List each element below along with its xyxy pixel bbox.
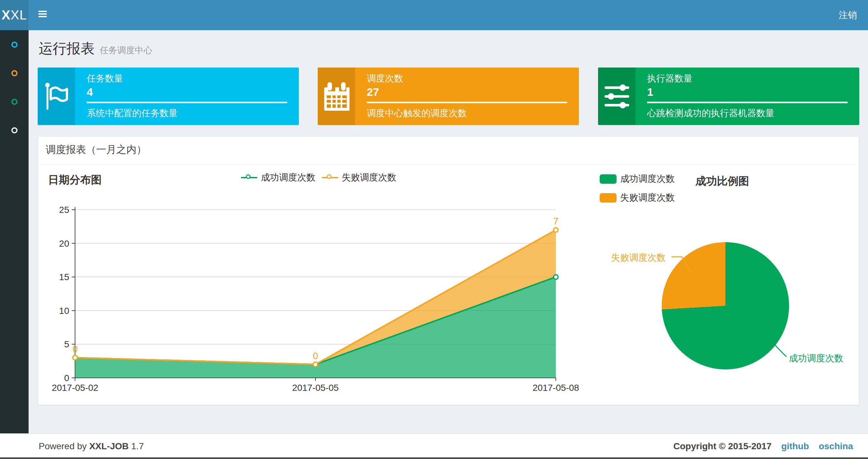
info-box-divider xyxy=(367,102,567,103)
info-box-task-count: 任务数量 4 系统中配置的任务数量 xyxy=(38,67,299,125)
footer: Powered by XXL-JOB 1.7 Copyright © 2015-… xyxy=(0,433,868,459)
product-version: 1.7 xyxy=(131,441,144,451)
line-marker-icon xyxy=(241,174,257,182)
circle-outline-icon xyxy=(11,70,18,76)
pie-chart-title: 成功比例图 xyxy=(695,174,749,189)
panel-divider xyxy=(38,164,859,165)
line-marker-icon xyxy=(322,174,338,182)
page-header: 运行报表 任务调度中心 xyxy=(39,39,152,58)
svg-text:0: 0 xyxy=(64,373,69,383)
left-sidebar xyxy=(0,30,29,459)
sidebar-item-report[interactable] xyxy=(0,30,29,59)
legend-label: 成功调度次数 xyxy=(261,171,315,184)
date-distribution-chart: 05101520252017-05-022017-05-052017-05-08… xyxy=(46,195,588,395)
logout-link[interactable]: 注销 xyxy=(836,0,860,30)
svg-text:5: 5 xyxy=(64,339,69,349)
svg-text:2017-05-02: 2017-05-02 xyxy=(52,383,98,393)
info-box-divider xyxy=(647,102,847,103)
circle-outline-icon xyxy=(11,41,18,48)
info-box-title: 任务数量 xyxy=(87,72,123,85)
svg-text:15: 15 xyxy=(59,272,69,282)
page-subtitle: 任务调度中心 xyxy=(100,44,152,56)
line-chart-title: 日期分布图 xyxy=(48,173,102,187)
calendar-icon xyxy=(318,67,355,125)
legend-item-success[interactable]: 成功调度次数 xyxy=(241,171,315,184)
top-navbar: XXL 注销 xyxy=(0,0,868,30)
svg-text:20: 20 xyxy=(59,238,69,249)
line-chart-legend: 成功调度次数 失败调度次数 xyxy=(241,171,396,184)
dashboard-page: XXL 注销 运行报表 任务调度中心 任务数量 4 系统中配置的任务数 xyxy=(0,0,868,459)
info-box-value: 1 xyxy=(647,86,653,98)
flag-icon xyxy=(38,67,75,125)
swatch-icon xyxy=(600,174,617,184)
svg-text:0: 0 xyxy=(72,344,78,354)
info-box-body: 调度次数 27 调度中心触发的调度次数 xyxy=(355,67,579,125)
sidebar-item-jobs[interactable] xyxy=(0,59,29,87)
svg-text:7: 7 xyxy=(553,216,558,226)
github-link[interactable]: github xyxy=(781,441,809,451)
sliders-icon xyxy=(598,67,636,125)
logo-text: XL xyxy=(10,8,27,23)
info-box-value: 4 xyxy=(87,86,93,98)
app-logo[interactable]: XXL xyxy=(0,0,29,30)
info-box-divider xyxy=(87,102,287,103)
powered-prefix: Powered by xyxy=(39,441,87,451)
info-box-body: 任务数量 4 系统中配置的任务数量 xyxy=(75,67,299,125)
info-box-value: 27 xyxy=(367,86,379,98)
pie-label-success: 成功调度次数 xyxy=(789,352,843,364)
page-title: 运行报表 xyxy=(39,39,95,58)
window-bottom-edge xyxy=(0,457,868,459)
pie-chart-legend: 成功调度次数 失败调度次数 xyxy=(600,173,675,210)
logo-text-bold: X xyxy=(2,8,11,23)
legend-item-fail[interactable]: 失败调度次数 xyxy=(322,171,396,184)
svg-text:0: 0 xyxy=(313,351,318,361)
svg-text:2017-05-05: 2017-05-05 xyxy=(292,383,339,393)
legend-label: 成功调度次数 xyxy=(620,173,675,185)
info-box-description: 调度中心触发的调度次数 xyxy=(367,107,467,120)
legend-item-fail[interactable]: 失败调度次数 xyxy=(600,192,675,204)
info-box-title: 执行器数量 xyxy=(647,72,692,85)
powered-by: Powered by XXL-JOB 1.7 xyxy=(39,434,144,459)
sidebar-toggle-button[interactable] xyxy=(36,8,50,22)
legend-item-success[interactable]: 成功调度次数 xyxy=(600,173,675,185)
product-name: XXL-JOB xyxy=(89,441,129,451)
info-box-trigger-count: 调度次数 27 调度中心触发的调度次数 xyxy=(318,67,579,125)
oschina-link[interactable]: oschina xyxy=(818,441,853,451)
info-box-description: 系统中配置的任务数量 xyxy=(87,107,178,120)
info-box-body: 执行器数量 1 心跳检测成功的执行器机器数量 xyxy=(636,67,859,125)
legend-label: 失败调度次数 xyxy=(342,171,396,184)
svg-text:25: 25 xyxy=(59,205,69,215)
hamburger-icon xyxy=(38,11,47,18)
panel-title: 调度报表（一月之内） xyxy=(46,143,147,157)
pie-label-fail: 失败调度次数 xyxy=(611,252,665,264)
success-ratio-pie xyxy=(662,242,789,369)
swatch-icon xyxy=(600,193,617,202)
info-box-title: 调度次数 xyxy=(367,72,403,85)
info-box-description: 心跳检测成功的执行器机器数量 xyxy=(647,107,774,120)
svg-text:2017-05-08: 2017-05-08 xyxy=(532,383,579,393)
legend-label: 失败调度次数 xyxy=(620,192,675,204)
sidebar-item-logs[interactable] xyxy=(0,87,29,116)
circle-outline-icon xyxy=(11,99,18,105)
info-box-executor-count: 执行器数量 1 心跳检测成功的执行器机器数量 xyxy=(598,67,859,125)
schedule-report-panel: 调度报表（一月之内） 日期分布图 成功调度次数 失败调度次数 051015202… xyxy=(38,136,859,405)
svg-text:10: 10 xyxy=(59,306,69,316)
sidebar-item-executors[interactable] xyxy=(0,116,29,144)
circle-outline-icon xyxy=(11,127,18,133)
copyright: Copyright © 2015-2017 github oschina xyxy=(674,434,853,459)
copyright-text: Copyright © 2015-2017 xyxy=(674,441,772,451)
